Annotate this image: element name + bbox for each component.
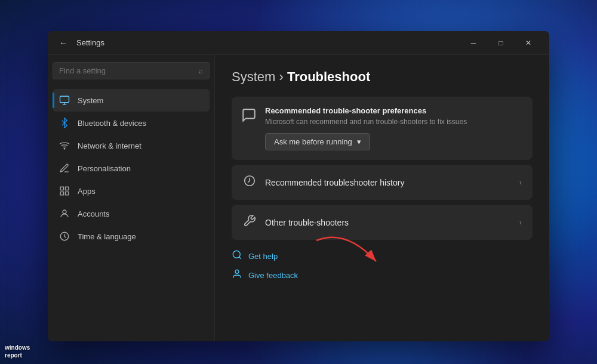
main-content: System › Troubleshoot Recommended troubl… [215, 55, 549, 341]
personalisation-icon [59, 162, 70, 174]
help-link-label-feedback: Give feedback [248, 271, 298, 280]
nav-items: System Bluetooth & devices Network & int… [53, 89, 210, 248]
svg-rect-4 [66, 192, 69, 195]
feedback-icon [232, 269, 242, 282]
close-icon: ✕ [525, 39, 531, 47]
search-box[interactable]: ⌕ [53, 62, 210, 79]
bluetooth-icon [59, 117, 70, 129]
sidebar-item-system[interactable]: System [53, 89, 210, 112]
sidebar-item-label-time: Time & language [78, 232, 136, 241]
help-link-get-help[interactable]: Get help [232, 249, 533, 263]
chevron-icon-history: › [519, 178, 522, 187]
sidebar-item-label-network: Network & internet [78, 141, 141, 150]
dropdown-label: Ask me before running [274, 137, 352, 146]
window-body: ⌕ System Bluetooth & devices Network & i… [48, 55, 549, 341]
sidebar-item-label-accounts: Accounts [78, 209, 109, 218]
help-link-feedback[interactable]: Give feedback [232, 269, 533, 282]
sidebar-item-accounts[interactable]: Accounts [53, 202, 210, 225]
sidebar-item-time[interactable]: Time & language [53, 225, 210, 248]
sidebar-item-label-system: System [78, 96, 103, 105]
chevron-icon-other: › [519, 218, 522, 227]
system-icon [59, 94, 70, 106]
pref-card-text: Recommended trouble-shooter preferences … [265, 106, 467, 150]
svg-rect-2 [60, 187, 63, 190]
get-help-icon [232, 249, 242, 263]
breadcrumb-current: Troubleshoot [287, 69, 370, 84]
settings-window: ← Settings ─ □ ✕ ⌕ System B [48, 31, 549, 341]
list-item-other[interactable]: Other trouble-shooters › [232, 205, 533, 240]
pref-card-description: Microsoft can recommend and run trouble-… [265, 118, 467, 126]
breadcrumb: System › Troubleshoot [232, 69, 533, 85]
svg-rect-3 [66, 187, 69, 190]
help-section: Get help Give feedback [232, 249, 533, 282]
pref-card-title: Recommended trouble-shooter preferences [265, 106, 467, 115]
ask-me-dropdown[interactable]: Ask me before running ▾ [265, 133, 370, 150]
title-bar: ← Settings ─ □ ✕ [48, 31, 549, 55]
list-item-history[interactable]: Recommended troubleshooter history › [232, 165, 533, 200]
help-link-label-get-help: Get help [248, 252, 278, 261]
watermark-line1: windows [5, 344, 30, 351]
sidebar-item-label-apps: Apps [78, 187, 96, 196]
dropdown-chevron-icon: ▾ [357, 137, 361, 146]
maximize-icon: □ [498, 39, 503, 47]
network-icon [59, 140, 70, 152]
window-title: Settings [76, 38, 104, 47]
pref-card: Recommended trouble-shooter preferences … [232, 97, 533, 160]
sidebar-item-apps[interactable]: Apps [53, 180, 210, 202]
watermark-line2: report [5, 351, 30, 359]
time-icon [59, 230, 70, 242]
sidebar-item-bluetooth[interactable]: Bluetooth & devices [53, 112, 210, 134]
svg-rect-5 [60, 192, 63, 195]
minimize-button[interactable]: ─ [460, 33, 487, 53]
apps-icon [59, 185, 70, 197]
svg-rect-0 [60, 96, 69, 103]
other-icon [242, 214, 257, 230]
svg-point-9 [233, 251, 240, 258]
pref-card-icon [241, 107, 257, 127]
accounts-icon [59, 208, 70, 220]
back-icon: ← [59, 38, 67, 48]
search-icon: ⌕ [198, 66, 203, 75]
close-button[interactable]: ✕ [515, 33, 542, 53]
window-controls: ─ □ ✕ [460, 33, 542, 53]
svg-point-1 [64, 149, 65, 150]
svg-line-10 [239, 257, 241, 258]
maximize-button[interactable]: □ [487, 33, 515, 53]
sidebar: ⌕ System Bluetooth & devices Network & i… [48, 55, 215, 341]
list-item-label-other: Other trouble-shooters [265, 218, 511, 227]
list-items: Recommended troubleshooter history › Oth… [232, 165, 533, 240]
list-item-label-history: Recommended troubleshooter history [265, 178, 511, 187]
back-button[interactable]: ← [55, 35, 72, 51]
search-input[interactable] [59, 66, 198, 75]
svg-point-6 [63, 210, 66, 214]
breadcrumb-prefix: System › [232, 69, 287, 84]
svg-point-11 [235, 270, 239, 273]
watermark: windows report [5, 344, 30, 359]
history-icon [242, 174, 257, 190]
minimize-icon: ─ [471, 39, 476, 47]
sidebar-item-label-personalisation: Personalisation [78, 164, 131, 173]
sidebar-item-network[interactable]: Network & internet [53, 134, 210, 157]
sidebar-item-label-bluetooth: Bluetooth & devices [78, 119, 146, 128]
sidebar-item-personalisation[interactable]: Personalisation [53, 157, 210, 180]
